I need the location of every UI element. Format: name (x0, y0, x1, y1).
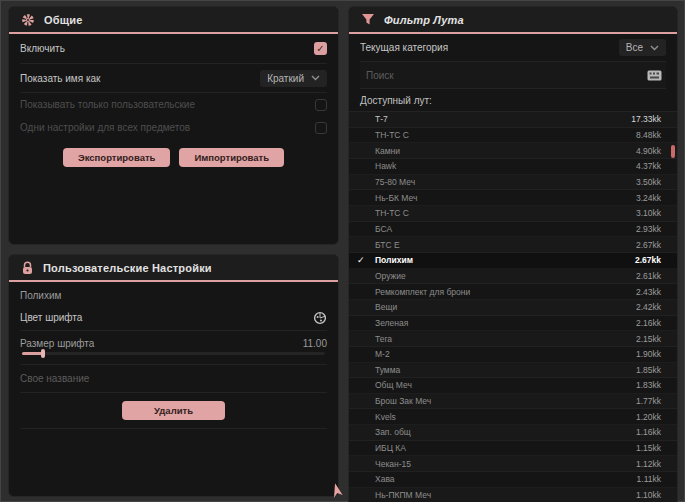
enable-checkbox[interactable]: ✓ (314, 42, 327, 55)
loot-item-value: 4.37kk (636, 161, 661, 171)
loot-item-value: 2.67kk (635, 255, 661, 265)
only-custom-checkbox[interactable] (315, 99, 327, 111)
loot-item-name: 75-80 Меч (375, 177, 415, 187)
loot-item-name: Общ Меч (375, 380, 412, 390)
loot-item-value: 2.93kk (636, 224, 661, 234)
loot-row[interactable]: ✓ Тумма 1.85kk (349, 363, 677, 379)
loot-item-value: 3.10kk (636, 208, 661, 218)
loot-row[interactable]: ✓ БТС Е 2.67kk (349, 237, 677, 253)
loot-item-name: ИБЦ КА (375, 443, 406, 453)
loot-item-value: 1.12kk (636, 459, 661, 469)
loot-row[interactable]: ✓ Вещи 2.42kk (349, 300, 677, 316)
loot-item-name: Полихим (375, 255, 413, 265)
search-input[interactable] (360, 70, 647, 81)
font-size-slider[interactable] (22, 352, 325, 355)
export-button[interactable]: Экспортировать (63, 148, 170, 167)
same-settings-label: Одни настройки для всех предметов (20, 122, 190, 133)
loot-row[interactable]: ✓ 75-80 Меч 3.50kk (349, 175, 677, 191)
loot-row[interactable]: ✓ Нь-БК Меч 3.24kk (349, 190, 677, 206)
show-name-label: Показать имя как (20, 73, 100, 84)
loot-item-name: Зап. общ (375, 427, 411, 437)
loot-item-name: Hawk (375, 161, 396, 171)
loot-row[interactable]: ✓ Хава 1.11kk (349, 472, 677, 488)
loot-row[interactable]: ✓ БСА 2.93kk (349, 222, 677, 238)
loot-row[interactable]: ✓ Т-7 17.33kk (349, 112, 677, 128)
loot-item-value: 1.83kk (636, 380, 661, 390)
funnel-icon (361, 13, 375, 26)
import-button[interactable]: Импортировать (179, 148, 284, 167)
loot-row[interactable]: ✓ Тега 2.15kk (349, 331, 677, 347)
loot-row[interactable]: ✓ Общ Меч 1.83kk (349, 378, 677, 394)
lock-icon (21, 261, 34, 275)
loot-item-name: Камни (375, 146, 400, 156)
loot-item-value: 2.61kk (636, 271, 661, 281)
show-name-value: Краткий (267, 73, 304, 84)
loot-row[interactable]: ✓ ИБЦ КА 1.15kk (349, 441, 677, 457)
loot-item-name: Нь-ПКПМ Меч (375, 490, 431, 500)
loot-item-name: Вещи (375, 302, 397, 312)
category-row: Текущая категория Все (360, 34, 666, 62)
loot-row[interactable]: ✓ Чекан-15 1.12kk (349, 456, 677, 472)
palette-icon[interactable] (313, 311, 327, 325)
loot-row[interactable]: ✓ Ремкомплект для брони 2.43kk (349, 284, 677, 300)
loot-row[interactable]: ✓ ТН-ТС С 3.10kk (349, 206, 677, 222)
mouse-cursor-icon (330, 482, 345, 502)
loot-item-value: 1.20kk (636, 412, 661, 422)
loot-item-name: Ремкомплект для брони (375, 287, 470, 297)
loot-item-name: Чекан-15 (375, 459, 411, 469)
category-dropdown[interactable]: Все (619, 39, 666, 56)
loot-item-name: М-2 (375, 349, 390, 359)
keyboard-icon[interactable] (647, 70, 666, 81)
loot-row[interactable]: ✓ Hawk 4.37kk (349, 159, 677, 175)
chevron-down-icon (650, 45, 659, 51)
custom-settings-header[interactable]: Пользовательские Настройки (9, 255, 338, 282)
loot-row[interactable]: ✓ Брош Зак Меч 1.77kk (349, 394, 677, 410)
loot-row[interactable]: ✓ Kvels 1.20kk (349, 409, 677, 425)
general-panel-header[interactable]: Общие (9, 7, 338, 34)
selected-item-name: Полихим (20, 282, 327, 305)
font-color-row[interactable]: Цвет шрифта (20, 305, 327, 331)
same-settings-checkbox[interactable] (315, 122, 327, 134)
category-value: Все (626, 42, 643, 53)
loot-row[interactable]: ✓ Зеленая 2.16kk (349, 316, 677, 332)
loot-item-value: 1.85kk (636, 365, 661, 375)
loot-row[interactable]: ✓ Полихим 2.67kk (349, 253, 677, 269)
loot-list: ✓ Т-7 17.33kk ✓ ТН-ТС С 8.48kk ✓ Камни 4… (349, 111, 677, 502)
font-size-label: Размер шрифта (20, 338, 94, 349)
general-panel: Общие Включить ✓ Показать имя как Кратки… (8, 6, 339, 245)
loot-filter-header[interactable]: Фильтр Лута (349, 7, 677, 34)
loot-item-name: Kvels (375, 412, 396, 422)
loot-row[interactable]: ✓ Оружие 2.61kk (349, 269, 677, 285)
loot-item-value: 2.42kk (636, 302, 661, 312)
loot-item-name: БТС Е (375, 240, 400, 250)
loot-item-value: 1.11kk (637, 474, 661, 484)
category-label: Текущая категория (360, 42, 448, 53)
loot-row[interactable]: ✓ Нь-ПКПМ Меч 1.10kk (349, 488, 677, 502)
slider-handle[interactable] (41, 349, 45, 358)
loot-row[interactable]: ✓ М-2 1.90kk (349, 347, 677, 363)
loot-item-name: Тумма (375, 365, 400, 375)
show-name-row: Показать имя как Краткий (20, 64, 327, 93)
loot-item-name: Брош Зак Меч (375, 396, 431, 406)
scrollbar-thumb[interactable] (671, 145, 675, 158)
custom-settings-title: Пользовательские Настройки (43, 262, 212, 274)
custom-name-input[interactable] (20, 365, 327, 392)
loot-item-value: 8.48kk (636, 130, 661, 140)
slider-fill (22, 352, 43, 355)
loot-filter-title: Фильтр Лута (384, 14, 464, 26)
loot-row[interactable]: ✓ ТН-ТС С 8.48kk (349, 128, 677, 144)
loot-item-name: Зеленая (375, 318, 408, 328)
loot-item-name: Т-7 (375, 114, 388, 124)
search-row (360, 62, 666, 89)
enable-row: Включить ✓ (20, 34, 327, 64)
loot-item-name: Хава (375, 474, 395, 484)
loot-item-name: ТН-ТС С (375, 130, 409, 140)
loot-row[interactable]: ✓ Камни 4.90kk (349, 143, 677, 159)
general-panel-title: Общие (44, 14, 83, 26)
delete-button[interactable]: Удалить (122, 401, 225, 420)
loot-item-value: 2.43kk (636, 287, 661, 297)
show-name-dropdown[interactable]: Краткий (260, 70, 327, 87)
loot-item-value: 2.16kk (636, 318, 661, 328)
loot-row[interactable]: ✓ Зап. общ 1.16kk (349, 425, 677, 441)
chevron-down-icon (311, 75, 320, 81)
